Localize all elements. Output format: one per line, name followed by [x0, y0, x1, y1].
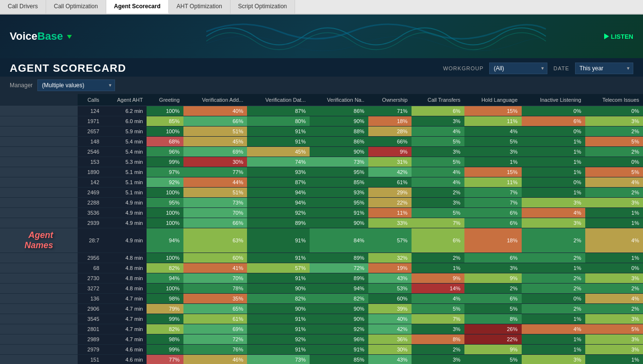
ownership-cell: 32% — [368, 253, 412, 263]
ver-add-cell: 78% — [183, 284, 247, 294]
col-aht: Agent AHT — [103, 94, 147, 106]
hold-cell: 6% — [464, 208, 522, 218]
tab-agent-scorecard[interactable]: Agent Scorecard — [106, 0, 169, 14]
agent-name-cell — [0, 208, 78, 218]
aht-cell: 4.7 min — [103, 304, 147, 314]
tab-call-drivers[interactable]: Call Drivers — [0, 0, 46, 14]
ver-dat-cell: 89% — [247, 218, 310, 228]
workgroup-dropdown-wrapper[interactable]: (All) — [489, 63, 547, 74]
ver-add-cell: 69% — [183, 147, 247, 157]
transfers-cell: 3% — [412, 198, 464, 208]
ver-dat-cell: 91% — [247, 127, 310, 137]
hold-cell: 11% — [464, 177, 522, 188]
aht-cell: 4.9 min — [103, 198, 147, 208]
ver-dat-cell: 82% — [247, 294, 310, 304]
agent-name-cell — [0, 263, 78, 273]
agent-name-cell — [0, 355, 78, 364]
ownership-cell: 30% — [368, 345, 412, 355]
telecom-cell: 3% — [585, 273, 643, 284]
ver-add-cell: 73% — [183, 198, 247, 208]
inactive-cell: 2% — [522, 228, 585, 253]
ownership-cell: 40% — [368, 314, 412, 324]
tab-aht-optimization[interactable]: AHT Optimization — [169, 0, 231, 14]
agent-name-cell — [0, 147, 78, 157]
agent-name-cell — [0, 127, 78, 137]
aht-cell: 4.9 min — [103, 208, 147, 218]
manager-select[interactable]: (Multiple values) — [37, 79, 115, 91]
tab-call-optimization[interactable]: Call Optimization — [46, 0, 106, 14]
inactive-cell: 3% — [522, 218, 585, 228]
greeting-cell: 85% — [147, 116, 183, 127]
manager-dropdown-wrapper[interactable]: (Multiple values) — [37, 79, 115, 91]
hold-cell: 6% — [464, 218, 522, 228]
tab-script-optimization[interactable]: Script Optimization — [231, 0, 296, 14]
hold-cell: 26% — [464, 324, 522, 334]
hold-cell: 5% — [464, 355, 522, 364]
calls-cell: 151 — [78, 355, 103, 364]
calls-cell: 148 — [78, 137, 103, 147]
manager-bar: Manager (Multiple values) — [0, 77, 643, 94]
listen-button[interactable]: LISTEN — [604, 33, 633, 40]
ownership-cell: 33% — [368, 218, 412, 228]
agent-name-cell — [0, 137, 78, 147]
hold-cell: 7% — [464, 198, 522, 208]
date-label: DATE — [553, 65, 569, 71]
transfers-cell: 14% — [412, 284, 464, 294]
col-hold: Hold Language — [464, 94, 522, 106]
agent-name-cell — [0, 106, 78, 116]
calls-cell: 153 — [78, 157, 103, 167]
hold-cell: 4% — [464, 127, 522, 137]
ver-add-cell: 70% — [183, 273, 247, 284]
ownership-cell: 11% — [368, 208, 412, 218]
ver-add-cell: 69% — [183, 324, 247, 334]
ver-na-cell: 86% — [310, 137, 368, 147]
hold-cell: 5% — [464, 137, 522, 147]
hold-cell: 6% — [464, 294, 522, 304]
date-dropdown-wrapper[interactable]: This year — [575, 63, 633, 74]
title-bar: AGENT SCORECARD WORKGROUP (All) DATE Thi… — [0, 58, 643, 77]
inactive-cell: 2% — [522, 273, 585, 284]
agent-name-cell — [0, 294, 78, 304]
ver-add-cell: 65% — [183, 304, 247, 314]
workgroup-select[interactable]: (All) — [489, 63, 547, 74]
transfers-cell: 2% — [412, 188, 464, 198]
date-select[interactable]: This year — [575, 63, 633, 74]
greeting-cell: 99% — [147, 345, 183, 355]
telecom-cell: 2% — [585, 147, 643, 157]
agent-name-cell — [0, 284, 78, 294]
aht-cell: 5.3 min — [103, 157, 147, 167]
col-ownership: Ownership — [368, 94, 412, 106]
table-row: 18905.1 min97%77%93%95%42%4%15%1%5% — [0, 167, 643, 177]
agent-name-cell — [0, 273, 78, 284]
telecom-cell: 2% — [585, 127, 643, 137]
table-row: 29794.6 min99%76%91%91%30%2%9%1%3% — [0, 345, 643, 355]
transfers-cell: 2% — [412, 253, 464, 263]
table-row: 35364.9 min100%70%92%91%11%5%6%4%1% — [0, 208, 643, 218]
ver-add-cell: 77% — [183, 167, 247, 177]
telecom-cell: 2% — [585, 284, 643, 294]
ver-add-cell: 40% — [183, 106, 247, 116]
calls-cell: 2939 — [78, 218, 103, 228]
greeting-cell: 99% — [147, 314, 183, 324]
ver-add-cell: 44% — [183, 177, 247, 188]
ownership-cell: 28% — [368, 127, 412, 137]
aht-cell: 4.8 min — [103, 273, 147, 284]
ver-dat-cell: 94% — [247, 198, 310, 208]
table-row: AgentNames28:74.9 min94%63%91%84%57%6%18… — [0, 228, 643, 253]
ver-dat-cell: 87% — [247, 106, 310, 116]
ver-dat-cell: 91% — [247, 253, 310, 263]
logo: VoiceBase — [10, 30, 72, 43]
ver-dat-cell: 91% — [247, 228, 310, 253]
inactive-cell: 4% — [522, 208, 585, 218]
table-row: 1514.6 min77%46%73%85%43%3%5%3%1% — [0, 355, 643, 364]
play-icon — [604, 33, 609, 39]
hold-cell: 8% — [464, 314, 522, 324]
listen-label: LISTEN — [611, 33, 633, 40]
agent-name-cell — [0, 253, 78, 263]
greeting-cell: 97% — [147, 167, 183, 177]
ver-dat-cell: 74% — [247, 157, 310, 167]
aht-cell: 5.1 min — [103, 188, 147, 198]
greeting-cell: 68% — [147, 137, 183, 147]
ver-dat-cell: 94% — [247, 188, 310, 198]
calls-cell: 3536 — [78, 208, 103, 218]
